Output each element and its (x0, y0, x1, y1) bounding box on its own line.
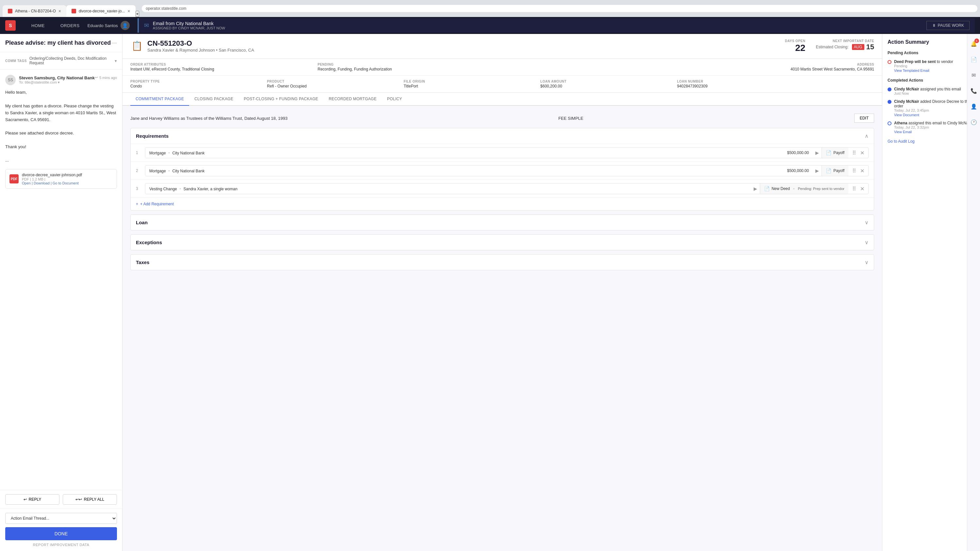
to-chevron-icon[interactable]: ▾ (58, 80, 60, 84)
action-email-thread-select[interactable]: Action Email Thread... (5, 513, 117, 524)
pending-actions-header: Pending Actions ? (888, 50, 975, 56)
pending-group: PENDING Recording, Funding, Funding Auth… (318, 63, 500, 71)
reply-button[interactable]: ↩ REPLY (5, 494, 59, 505)
req-status-3: Pending: Prep sent to vendor (798, 187, 845, 191)
reply-icon: ↩ (95, 75, 98, 79)
tab-close-2[interactable]: × (127, 8, 130, 14)
email-icon[interactable]: ✉ (969, 70, 978, 79)
sender-name: Steven Samsburg, City National Bank (19, 75, 95, 80)
tab-post-closing[interactable]: POST-CLOSING + FUNDING PACKAGE (239, 93, 323, 106)
completed-action-1: Cindy McNair assigned you this email Jus… (888, 87, 975, 95)
req-doc-3: 📄 New Deed • Pending: Prep sent to vendo… (760, 183, 848, 194)
comm-tags-chevron-icon[interactable]: ▾ (115, 59, 117, 64)
view-document-link[interactable]: View Document (894, 113, 975, 117)
attachment-go-to-document-link[interactable]: Go to Document (52, 181, 79, 185)
pause-icon: ⏸ (932, 23, 936, 28)
req-actions-1: ⠿ ✕ (848, 149, 868, 157)
req-remove-2[interactable]: ✕ (859, 167, 865, 175)
right-panel-content: Action Summary Pending Actions ? Deed Pr… (882, 34, 980, 551)
req-remove-3[interactable]: ✕ (859, 184, 865, 193)
history-icon[interactable]: 🕐 (969, 118, 978, 127)
completed-action-3: Athena assigned this email to Cindy McNa… (888, 121, 975, 134)
attachment-actions: Open | Download | Go to Document (22, 181, 82, 185)
add-tab-button[interactable]: + (135, 11, 140, 17)
notification-badge: 6 (974, 38, 979, 43)
tab-close-1[interactable]: × (59, 8, 61, 14)
top-nav: S HOME ORDERS Eduardo Santos 👤 ✉ Email f… (0, 17, 980, 34)
exceptions-header[interactable]: Exceptions ∨ (130, 235, 874, 250)
phone-icon[interactable]: 📞 (969, 86, 978, 95)
tab-recorded-mortgage[interactable]: RECORDED MORTGAGE (323, 93, 382, 106)
reply-actions: ↩ REPLY ↩↩ REPLY ALL (0, 490, 122, 508)
address-bar[interactable]: operator.statestitle.com (142, 5, 977, 12)
browser-tab-1[interactable]: Athena - CN-B37204-O × (3, 5, 66, 17)
tab-closing-package[interactable]: CLOSING PACKAGE (189, 93, 239, 106)
attachment-open-link[interactable]: Open (22, 181, 31, 185)
req-card-1: Mortgage • City National Bank $500,000.0… (145, 147, 869, 158)
pending-action-subtext-1: Pending (894, 64, 953, 68)
nav-user-name: Eduardo Santos (88, 23, 118, 28)
completed-dot-3 (888, 121, 891, 125)
view-templated-email-link[interactable]: View Templated Email (894, 68, 953, 73)
req-doc-icon-2: 📄 (826, 168, 831, 173)
task-banner-info: Email from City National Bank ASSIGNED B… (153, 21, 225, 30)
reply-all-button[interactable]: ↩↩ REPLY ALL (63, 494, 117, 505)
pause-work-button[interactable]: ⏸ PAUSE WORK (926, 21, 970, 30)
nav-home[interactable]: HOME (24, 17, 52, 34)
req-detail-3: Sandra Xavier, a single woman (184, 187, 237, 191)
sender-to: To: title@statestitle.com ▾ (19, 80, 117, 84)
order-title-section: 📋 CN-551203-O Sandra Xavier & Raymond Jo… (130, 39, 254, 52)
browser-tab-2[interactable]: divorce-decree_xavier-jo... × (66, 5, 135, 17)
completed-actions-header: Completed Actions ? (888, 78, 975, 83)
days-open-block: DAYS OPEN 22 (785, 39, 805, 53)
task-banner-title: Email from City National Bank (153, 21, 225, 26)
report-improvement-button[interactable]: REPORT IMPROVEMENT DATA (5, 543, 117, 547)
more-options-button[interactable]: ⋯ (111, 39, 117, 46)
req-doc-text-3: New Deed (772, 186, 790, 191)
sender-info: Steven Samsburg, City National Bank ↩ 5 … (19, 75, 117, 84)
email-body-line-2: My client has gotten a divorce. Please c… (5, 103, 117, 123)
view-email-link[interactable]: View Email (894, 130, 971, 134)
email-body: Hello team, My client has gotten a divor… (5, 89, 117, 164)
contacts-icon[interactable]: 👤 (969, 102, 978, 111)
req-doc-text-2: Payoff (833, 168, 845, 173)
loan-header[interactable]: Loan ∨ (130, 215, 874, 230)
tab-policy[interactable]: POLICY (382, 93, 407, 106)
attachment-meta: PDF | 1.2 MB | (22, 177, 82, 181)
req-remove-1[interactable]: ✕ (859, 149, 865, 157)
nav-orders[interactable]: ORDERS (52, 17, 88, 34)
vesting-text: Jane and Harvey Williams as Trustees of … (130, 116, 288, 121)
completed-dot-2 (888, 100, 891, 104)
notifications-icon[interactable]: 🔔 6 (969, 39, 978, 48)
completed-action-text-1: Cindy McNair assigned you this email (894, 87, 961, 91)
order-attributes-group: ORDER ATTRIBUTES Instant UW, eRecord Cou… (130, 63, 312, 71)
done-button[interactable]: DONE (5, 527, 117, 540)
req-drag-3[interactable]: ⠿ (851, 184, 858, 193)
edit-button[interactable]: EDIT (854, 114, 874, 123)
email-thread: SS Steven Samsburg, City National Bank ↩… (0, 70, 122, 490)
add-requirement-button[interactable]: + + Add Requirement (130, 197, 874, 210)
pending-action-1: Deed Prep will be sent to vendor Pending… (888, 59, 975, 73)
next-important-date-block: NEXT IMPORTANT DATE Estimated Closing: A… (816, 39, 874, 51)
tab-commitment-package[interactable]: COMMITMENT PACKAGE (130, 93, 189, 106)
taxes-header[interactable]: Taxes ∨ (130, 255, 874, 270)
order-attrs-row1: ORDER ATTRIBUTES Instant UW, eRecord Cou… (123, 59, 882, 76)
taxes-title: Taxes (136, 259, 149, 265)
req-drag-1[interactable]: ⠿ (851, 149, 858, 157)
completed-action-subtext-1: Just Now (894, 91, 961, 95)
attachment-name: divorce-decree_xavier-johnson.pdf (22, 173, 82, 177)
attachment-download-link[interactable]: Download (33, 181, 50, 185)
pending-dot-1 (888, 60, 891, 64)
requirements-header[interactable]: Requirements ∧ (130, 128, 874, 144)
nav-user-icon[interactable]: 👤 (121, 21, 130, 30)
person-icon: 👤 (970, 103, 977, 110)
browser-tabs: Athena - CN-B37204-O × divorce-decree_xa… (3, 0, 139, 17)
taxes-section: Taxes ∨ (130, 254, 874, 270)
req-drag-2[interactable]: ⠿ (851, 167, 858, 175)
go-to-audit-log-link[interactable]: Go to Audit Log (888, 139, 975, 144)
center-panel: 📋 CN-551203-O Sandra Xavier & Raymond Jo… (123, 34, 882, 551)
req-actions-3: ⠿ ✕ (848, 184, 868, 193)
tab-title-2: divorce-decree_xavier-jo... (79, 9, 125, 13)
documents-icon[interactable]: 📄 (969, 55, 978, 64)
favicon-2 (72, 9, 76, 13)
